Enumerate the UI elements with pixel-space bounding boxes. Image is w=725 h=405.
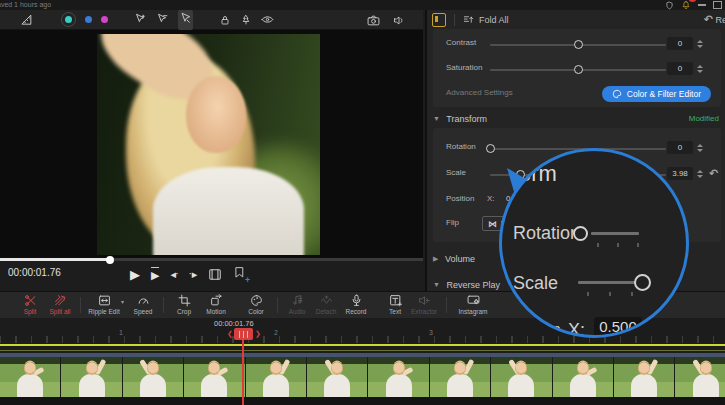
video-preview-frame[interactable] (97, 34, 320, 255)
previous-frame-icon[interactable]: ◂· (170, 268, 178, 281)
toolbar-item-motion[interactable]: Motion (194, 294, 238, 315)
fold-all-label[interactable]: Fold All (479, 15, 509, 25)
clip-thumbnail (491, 357, 552, 397)
ruler-mark: 3 (429, 329, 433, 336)
contrast-slider-handle[interactable] (574, 40, 583, 49)
rotation-stepper[interactable] (697, 141, 705, 154)
seek-handle[interactable] (106, 256, 114, 264)
eye-icon[interactable] (261, 13, 274, 26)
toolbar-item-ripple-edit[interactable]: Ripple Edit ▾ (82, 294, 126, 315)
play-button[interactable]: ▶ (130, 268, 140, 281)
preview-area (0, 30, 423, 258)
saturation-slider-handle[interactable] (574, 65, 583, 74)
toolbar-item-split-all[interactable]: Split all (38, 294, 82, 315)
magnified-scale-track (578, 281, 642, 284)
transform-title: Transform (446, 114, 487, 124)
ripple-edit-icon (98, 294, 111, 307)
flip-label: Flip (446, 218, 459, 227)
clip-thumbnail (61, 357, 122, 397)
add-marker-button[interactable]: + (233, 265, 246, 283)
transform-section-header[interactable]: ▼ Transform Modified (433, 114, 721, 124)
maximize-button[interactable] (713, 1, 722, 9)
speed-gauge-icon (137, 294, 150, 307)
clip-thumbnail (184, 357, 245, 397)
rotation-slider-handle[interactable] (486, 144, 495, 153)
position-label: Position (446, 194, 474, 203)
detach-audio-icon (320, 294, 333, 307)
ruler-icon[interactable] (20, 13, 33, 26)
video-editor-window: aved 1 hours ago 4 (0, 0, 725, 405)
palette-icon (250, 294, 263, 307)
playhead-line[interactable] (242, 340, 244, 405)
preview-toolbar (0, 10, 423, 30)
lock-icon[interactable] (219, 14, 231, 26)
playhead-right-arrow[interactable]: ❯ (255, 330, 261, 338)
contrast-slider[interactable] (490, 44, 666, 46)
blue-marker-dot[interactable] (85, 16, 92, 23)
playhead-left-arrow[interactable]: ❮ (227, 330, 233, 338)
toolbar-item-instagram[interactable]: Instagram (451, 294, 495, 315)
collapse-caret-icon: ▼ (433, 115, 440, 122)
fast-preview-icon[interactable]: ▶ (151, 267, 159, 282)
video-track[interactable] (0, 357, 725, 397)
clip-thumbnail (553, 357, 614, 397)
undo-icon: ↶ (704, 13, 713, 25)
color-filter-editor-button[interactable]: Color & Filter Editor (602, 86, 711, 102)
audio-note-icon (291, 294, 304, 307)
snapshot-icon[interactable] (208, 268, 222, 281)
position-axis-label: X: (487, 194, 495, 203)
magnified-rotation-label: Rotation (513, 223, 580, 244)
cyan-marker-dot[interactable] (61, 12, 76, 27)
scale-undo-icon[interactable]: ↶ (709, 167, 718, 180)
clip-thumbnail (307, 357, 368, 397)
toolbar-item-color[interactable]: Color (234, 294, 278, 315)
seek-bar[interactable] (0, 258, 423, 261)
saturation-label: Saturation (446, 63, 482, 72)
magnified-scale-label: Scale (513, 273, 558, 294)
ruler-ticks (0, 336, 725, 343)
scale-value[interactable]: 3.98 (667, 167, 693, 180)
contrast-value[interactable]: 0 (667, 37, 693, 50)
camera-icon[interactable] (367, 15, 380, 26)
speaker-icon[interactable] (393, 15, 405, 26)
microphone-icon (350, 294, 363, 307)
toolbar-item-extractor[interactable]: Extractor (402, 294, 446, 315)
reverse-play-section-header[interactable]: ▼ Reverse Play (433, 280, 500, 290)
ruler-mark: 2 (274, 329, 278, 336)
plus-icon: + (245, 275, 250, 285)
reset-button[interactable]: ↶ Reset (704, 13, 725, 26)
contrast-row: Contrast 0 (433, 36, 721, 52)
advanced-settings-row: Advanced Settings Color & Filter Editor (433, 86, 721, 102)
scale-stepper[interactable] (697, 167, 705, 180)
clip-properties-icon[interactable] (432, 13, 446, 27)
reverse-play-title: Reverse Play (446, 280, 500, 290)
cursor-track-icon[interactable] (156, 13, 169, 26)
color-filter-editor-label: Color & Filter Editor (627, 89, 701, 99)
transport-controls: ▶ ▶ ◂· ·▸ + (130, 264, 246, 284)
clip-thumbnail (430, 357, 491, 397)
shield-icon[interactable] (665, 1, 674, 10)
cursor-select-tool[interactable] (178, 10, 193, 30)
motion-icon (210, 294, 223, 307)
playhead-marker[interactable] (234, 328, 253, 340)
saturation-stepper[interactable] (697, 62, 705, 75)
expand-caret-icon: ▶ (433, 255, 438, 262)
seek-progress (0, 258, 110, 261)
volume-section-header[interactable]: ▶ Volume (433, 254, 475, 264)
cursor-add-icon[interactable] (134, 13, 147, 26)
saturation-slider[interactable] (490, 69, 666, 71)
tree-icon[interactable] (240, 14, 252, 26)
magenta-marker-dot[interactable] (101, 16, 108, 23)
magnified-axis-label: X: (568, 320, 585, 338)
toolbar-item-record[interactable]: Record (334, 294, 378, 315)
minimize-button[interactable] (698, 4, 706, 6)
clip-thumbnail (0, 357, 61, 397)
toolbar-item-speed[interactable]: Speed (121, 294, 165, 315)
rotation-value[interactable]: 0 (667, 141, 693, 154)
next-frame-icon[interactable]: ·▸ (189, 268, 197, 281)
instagram-screen-icon (467, 294, 480, 307)
contrast-stepper[interactable] (697, 37, 705, 50)
fold-all-icon[interactable] (463, 14, 474, 25)
magnified-rotation-track (591, 232, 639, 235)
saturation-value[interactable]: 0 (667, 62, 693, 75)
